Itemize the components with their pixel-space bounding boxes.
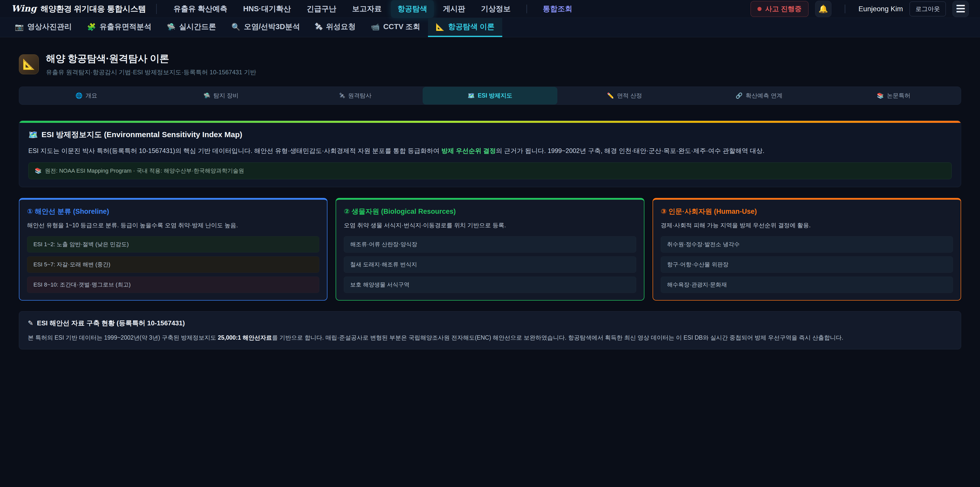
tab-area-calculation[interactable]: ✏️ 면적 산정	[557, 87, 692, 104]
build-section-body: 본 특허의 ESI 기반 데이터는 1999~2002년(약 3년) 구축된 방…	[28, 333, 952, 342]
tab-esi-map[interactable]: 🗺️ ESI 방제지도	[423, 87, 557, 104]
map-icon: 🗺️	[28, 130, 38, 139]
incident-status-label: 사고 진행중	[765, 4, 802, 14]
esi-body-text: ESI 지도는 이문진 박사 특허(등록특허 10-1567431)의 핵심 기…	[28, 147, 441, 154]
sub-navbar: 📷 영상사진관리 🧩 유출유면적분석 🛸 실시간드론 🔍 오염/선박3D분석 🛰…	[0, 18, 980, 37]
nav-item-oil-spill-forecast[interactable]: 유출유 확산예측	[167, 0, 234, 18]
tab-overview[interactable]: 🌐 개요	[19, 87, 154, 104]
globe-icon: 🌐	[76, 93, 83, 99]
list-item: ESI 1~2: 노출 암반·절벽 (낮은 민감도)	[27, 236, 319, 252]
build-body-text: 를 기반으로 합니다. 매립·준설공사로 변형된 부분은 국립해양조사원 전자해…	[272, 334, 843, 341]
nav-item-emergency-rescue[interactable]: 긴급구난	[300, 0, 343, 18]
topbar-right: 사고 진행중 🔔 Eunjeong Kim 로그아웃 ☰	[751, 1, 969, 17]
card-title: ③ 인문·사회자원 (Human-Use)	[661, 207, 953, 216]
tab-diffusion-forecast-link[interactable]: 🔗 확산예측 연계	[692, 87, 826, 104]
brand-logo[interactable]: Wing 해양환경 위기대응 통합시스템	[11, 3, 146, 14]
video-camera-icon: 📹	[371, 23, 380, 31]
tab-remote-sensing[interactable]: 🛰 원격탐사	[288, 87, 423, 104]
tab-label: 원격탐사	[348, 92, 372, 100]
pencil-icon: ✎	[28, 319, 33, 327]
card-human-use: ③ 인문·사회자원 (Human-Use) 경제·사회적 피해 가능 지역을 방…	[652, 198, 961, 300]
nav-item-weather-info[interactable]: 기상정보	[474, 0, 517, 18]
page-subtitle: 유출유 원격탐지·항공감시 기법·ESI 방제정보지도·등록특허 10-1567…	[46, 68, 256, 77]
list-item: 해조류·어류 산란장·양식장	[344, 236, 636, 252]
magnifier-icon: 🔍	[231, 23, 240, 31]
esi-section-title: 🗺️ ESI 방제정보지도 (Environmental Sensitivity…	[28, 129, 952, 140]
page-icon-box: 📐	[19, 54, 39, 74]
map-icon: 🗺️	[468, 93, 475, 99]
nav-item-hns-air-diffusion[interactable]: HNS·대기확산	[237, 0, 298, 18]
card-shoreline: ① 해안선 분류 (Shoreline) 해안선 유형을 1~10 등급으로 분…	[19, 198, 328, 300]
pencil-icon: ✏️	[607, 93, 614, 99]
subnav-label: 위성요청	[326, 22, 355, 32]
subnav-label: 영상사진관리	[27, 22, 72, 32]
card-description: 해안선 유형을 1~10 등급으로 분류. 등급이 높을수록 오염 취약·방제 …	[27, 221, 319, 230]
list-item: 취수원·정수장·발전소 냉각수	[661, 236, 953, 252]
satellite-icon: 🛰	[315, 23, 322, 31]
books-icon: 📚	[35, 168, 41, 174]
books-icon: 📚	[877, 93, 884, 99]
card-title: ② 생물자원 (Biological Resources)	[344, 207, 636, 216]
brand-wing-mark: Wing	[11, 3, 37, 14]
logout-button[interactable]: 로그아웃	[910, 2, 946, 16]
list-item: 보호 해양생물 서식구역	[344, 276, 636, 293]
subnav-label: 오염/선박3D분석	[244, 22, 300, 32]
tab-detection-equipment[interactable]: 🛸 탐지 장비	[154, 87, 288, 104]
card-biological-resources: ② 생물자원 (Biological Resources) 오염 취약 생물 서…	[336, 198, 644, 300]
nav-item-aerial-search[interactable]: 항공탐색	[391, 0, 434, 18]
tab-papers-patents[interactable]: 📚 논문특허	[826, 87, 961, 104]
status-dot-icon	[757, 7, 762, 11]
incident-status-badge[interactable]: 사고 진행중	[751, 1, 808, 17]
page-title: 해양 항공탐색·원격탐사 이론	[46, 52, 256, 65]
subnav-item-aerial-search-theory[interactable]: 📐 항공탐색 이론	[428, 18, 502, 37]
link-icon: 🔗	[735, 93, 742, 99]
subnav-item-photo-management[interactable]: 📷 영상사진관리	[7, 18, 80, 37]
user-name: Eunjeong Kim	[859, 5, 903, 13]
build-section-title: ✎ ESI 해안선 자료 구축 현황 (등록특허 10-1567431)	[28, 319, 952, 327]
tab-label: ESI 방제지도	[478, 92, 512, 100]
triangle-ruler-icon: 📐	[436, 23, 445, 31]
page-content: 📐 해양 항공탐색·원격탐사 이론 유출유 원격탐지·항공감시 기법·ESI 방…	[0, 37, 980, 370]
esi-section-title-text: ESI 방제정보지도 (Environmental Sensitivity In…	[41, 129, 242, 140]
subnav-label: 유출유면적분석	[100, 22, 151, 32]
build-section-title-text: ESI 해안선 자료 구축 현황 (등록특허 10-1567431)	[37, 319, 185, 327]
nav-item-integrated-search[interactable]: 통합조회	[536, 0, 579, 18]
subnav-item-satellite-request[interactable]: 🛰 위성요청	[307, 18, 363, 37]
esi-body-highlight: 방제 우선순위 결정	[441, 147, 496, 154]
tab-label: 탐지 장비	[213, 92, 239, 100]
page-header: 📐 해양 항공탐색·원격탐사 이론 유출유 원격탐지·항공감시 기법·ESI 방…	[19, 52, 961, 77]
esi-source-note: 📚 원전: NOAA ESI Mapping Program · 국내 적용: …	[28, 163, 952, 179]
list-item: 항구·어항·수산물 위판장	[661, 256, 953, 273]
camera-icon: 📷	[15, 23, 24, 31]
divider	[527, 5, 527, 13]
build-body-text: 본 특허의 ESI 기반 데이터는 1999~2002년(약 3년) 구축된 방…	[28, 334, 218, 341]
subnav-item-oil-area-analysis[interactable]: 🧩 유출유면적분석	[80, 18, 159, 37]
notifications-button[interactable]: 🔔	[815, 1, 832, 17]
esi-data-status-section: ✎ ESI 해안선 자료 구축 현황 (등록특허 10-1567431) 본 특…	[19, 311, 961, 350]
hamburger-menu-button[interactable]: ☰	[953, 1, 969, 17]
subnav-label: 항공탐색 이론	[448, 22, 495, 32]
section-tabbar: 🌐 개요 🛸 탐지 장비 🛰 원격탐사 🗺️ ESI 방제지도 ✏️ 면적 산정…	[19, 86, 961, 105]
satellite-icon: 🛰	[339, 93, 345, 99]
nav-item-board[interactable]: 게시판	[436, 0, 472, 18]
subnav-item-cctv-view[interactable]: 📹 CCTV 조회	[363, 18, 428, 37]
divider	[845, 5, 845, 13]
card-title: ① 해안선 분류 (Shoreline)	[27, 207, 319, 216]
hamburger-icon: ☰	[956, 4, 965, 14]
drone-icon: 🛸	[167, 23, 176, 31]
subnav-item-realtime-drone[interactable]: 🛸 실시간드론	[159, 18, 224, 37]
tab-label: 면적 산정	[617, 92, 642, 100]
bell-icon: 🔔	[818, 4, 828, 13]
esi-overview-section: 🗺️ ESI 방제정보지도 (Environmental Sensitivity…	[19, 121, 961, 187]
ufo-icon: 🛸	[204, 93, 210, 99]
esi-category-cards: ① 해안선 분류 (Shoreline) 해안선 유형을 1~10 등급으로 분…	[19, 198, 961, 300]
esi-body-text: 의 근거가 됩니다. 1999~2002년 구축, 해경 인천·태안·군산·목포…	[496, 147, 764, 154]
list-item: 철새 도래지·해조류 번식지	[344, 256, 636, 273]
top-navbar: Wing 해양환경 위기대응 통합시스템 유출유 확산예측 HNS·대기확산 긴…	[0, 0, 980, 18]
nav-item-reports[interactable]: 보고자료	[345, 0, 388, 18]
tab-label: 개요	[86, 92, 97, 100]
list-item: ESI 8~10: 조간대·갯벌·맹그로브 (최고)	[27, 276, 319, 293]
subnav-label: 실시간드론	[179, 22, 216, 32]
tab-label: 논문특허	[887, 92, 910, 100]
subnav-item-pollution-ship-3d[interactable]: 🔍 오염/선박3D분석	[224, 18, 307, 37]
